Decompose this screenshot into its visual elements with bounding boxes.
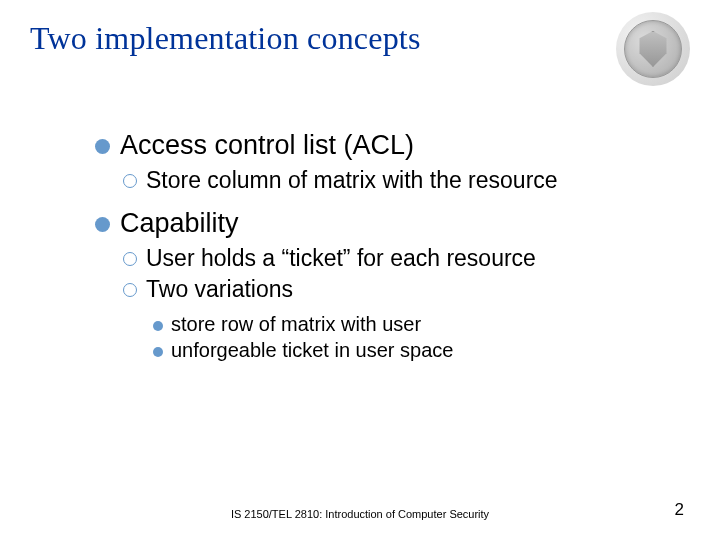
seal-inner-ring [624, 20, 682, 78]
bullet-icon [95, 217, 110, 232]
subbullet-label: Two variations [146, 276, 293, 303]
bullet-icon [123, 283, 137, 297]
subsubbullet-unforgeable: unforgeable ticket in user space [153, 339, 680, 362]
slide-title: Two implementation concepts [30, 20, 690, 57]
footer-course: IS 2150/TEL 2810: Introduction of Comput… [0, 508, 720, 520]
slide: Two implementation concepts Access contr… [0, 0, 720, 540]
seal-outer-ring [616, 12, 690, 86]
bullet-label: Capability [120, 208, 239, 239]
subbullet-cap-ticket: User holds a “ticket” for each resource [123, 245, 680, 272]
seal-logo [616, 12, 690, 86]
subbullet-cap-variations: Two variations [123, 276, 680, 303]
bullet-icon [123, 174, 137, 188]
footer-page-number: 2 [675, 500, 684, 520]
subbullet-label: Store column of matrix with the resource [146, 167, 558, 194]
subsubbullet-store-row: store row of matrix with user [153, 313, 680, 336]
subbullet-acl-store: Store column of matrix with the resource [123, 167, 680, 194]
subsubbullet-label: unforgeable ticket in user space [171, 339, 453, 362]
seal-shield-icon [638, 31, 668, 67]
bullet-label: Access control list (ACL) [120, 130, 414, 161]
slide-body: Access control list (ACL) Store column o… [95, 130, 680, 365]
subsubbullet-label: store row of matrix with user [171, 313, 421, 336]
bullet-capability: Capability [95, 208, 680, 239]
subbullet-label: User holds a “ticket” for each resource [146, 245, 536, 272]
bullet-acl: Access control list (ACL) [95, 130, 680, 161]
bullet-icon [123, 252, 137, 266]
bullet-icon [153, 321, 163, 331]
bullet-icon [153, 347, 163, 357]
bullet-icon [95, 139, 110, 154]
